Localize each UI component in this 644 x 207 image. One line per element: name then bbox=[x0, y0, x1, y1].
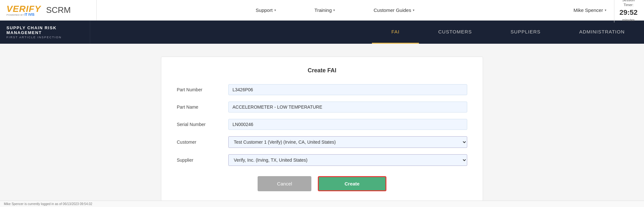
customer-guides-label: Customer Guides bbox=[374, 7, 411, 13]
serial-number-input[interactable] bbox=[228, 119, 467, 130]
brand-area: SUPPLY CHAIN RISK MANAGEMENT FIRST ARTIC… bbox=[0, 21, 90, 44]
session-timer: SessionTimer: 29:52 minutes bbox=[614, 0, 638, 22]
nav-customers[interactable]: CUSTOMERS bbox=[419, 21, 491, 44]
part-number-label: Part Number bbox=[177, 87, 228, 92]
supplier-label: Supplier bbox=[177, 158, 228, 163]
footer-status: Mike Spencer is currently logged in as o… bbox=[4, 202, 92, 206]
support-label: Support bbox=[256, 7, 273, 13]
training-label: Training bbox=[315, 7, 332, 13]
customer-label: Customer bbox=[177, 140, 228, 145]
training-menu[interactable]: Training ▾ bbox=[315, 7, 335, 13]
serial-number-row: Serial Number bbox=[177, 119, 467, 130]
main-content: Create FAI Part Number Part Name Serial … bbox=[0, 44, 644, 207]
serial-number-label: Serial Number bbox=[177, 122, 228, 127]
part-name-input[interactable] bbox=[228, 102, 467, 113]
logo-area: VERIFY POWERED BY IT IVIS SCRM bbox=[6, 0, 97, 20]
sec-nav-items: FAI CUSTOMERS SUPPLIERS ADMINISTRATION bbox=[90, 21, 644, 44]
cancel-button[interactable]: Cancel bbox=[258, 176, 311, 191]
session-label: SessionTimer: bbox=[620, 0, 638, 8]
customer-row: Customer Test Customer 1 (Verify) (Irvin… bbox=[177, 136, 467, 148]
training-chevron: ▾ bbox=[333, 8, 335, 12]
verify-text: VERIFY bbox=[6, 4, 41, 14]
form-title: Create FAI bbox=[177, 67, 467, 74]
nav-suppliers[interactable]: SUPPLIERS bbox=[491, 21, 560, 44]
create-fai-form: Create FAI Part Number Part Name Serial … bbox=[161, 57, 483, 202]
footer-bar: Mike Spencer is currently logged in as o… bbox=[0, 201, 644, 207]
top-nav-right: Mike Spencer ▾ SessionTimer: 29:52 minut… bbox=[573, 0, 638, 22]
session-time: 29:52 bbox=[620, 8, 638, 18]
brand-subtitle: FIRST ARTICLE INSPECTION bbox=[6, 36, 83, 39]
supplier-select[interactable]: Verify, Inc. (Irving, TX, United States) bbox=[228, 154, 467, 166]
create-button[interactable]: Create bbox=[318, 176, 386, 191]
customer-guides-menu[interactable]: Customer Guides ▾ bbox=[374, 7, 414, 13]
part-name-row: Part Name bbox=[177, 102, 467, 113]
user-name: Mike Spencer bbox=[573, 7, 603, 13]
form-actions: Cancel Create bbox=[177, 176, 467, 191]
customer-guides-chevron: ▾ bbox=[413, 8, 414, 12]
top-nav-links: Support ▾ Training ▾ Customer Guides ▾ bbox=[97, 7, 573, 13]
user-chevron: ▾ bbox=[605, 8, 606, 12]
nav-fai[interactable]: FAI bbox=[372, 21, 419, 44]
part-number-input[interactable] bbox=[228, 84, 467, 95]
ivis-text: IT IVIS bbox=[24, 13, 34, 16]
support-menu[interactable]: Support ▾ bbox=[256, 7, 276, 13]
nav-administration[interactable]: ADMINISTRATION bbox=[560, 21, 644, 44]
scrm-text: SCRM bbox=[46, 5, 71, 15]
part-name-label: Part Name bbox=[177, 104, 228, 110]
user-menu[interactable]: Mike Spencer ▾ bbox=[573, 7, 606, 13]
customer-select[interactable]: Test Customer 1 (Verify) (Irvine, CA, Un… bbox=[228, 136, 467, 148]
supplier-row: Supplier Verify, Inc. (Irving, TX, Unite… bbox=[177, 154, 467, 166]
secondary-navbar: SUPPLY CHAIN RISK MANAGEMENT FIRST ARTIC… bbox=[0, 21, 644, 44]
support-chevron: ▾ bbox=[274, 8, 276, 12]
brand-title: SUPPLY CHAIN RISK MANAGEMENT bbox=[6, 25, 83, 35]
top-navbar: VERIFY POWERED BY IT IVIS SCRM Support ▾… bbox=[0, 0, 644, 21]
verify-logo: VERIFY POWERED BY IT IVIS bbox=[6, 4, 41, 16]
part-number-row: Part Number bbox=[177, 84, 467, 95]
